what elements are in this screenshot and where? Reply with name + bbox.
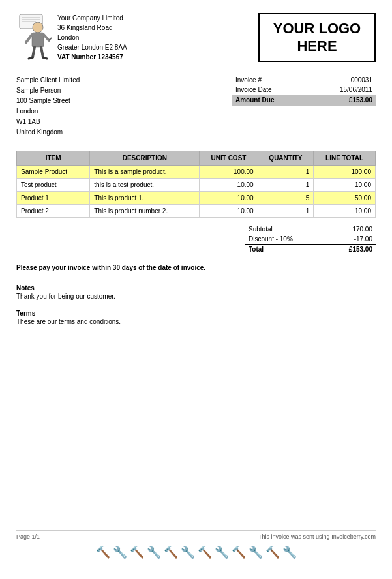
client-info: Sample Client Limited Sample Person 100 … — [16, 75, 80, 138]
logo-line2: HERE — [297, 38, 337, 55]
tool-icon-7: 🔨 — [198, 545, 212, 559]
svg-line-10 — [29, 57, 33, 59]
footer-page: Page 1/1 — [16, 533, 40, 540]
cell-line-total: 50.00 — [314, 192, 376, 205]
notes-section: Notes Thank you for being our customer. — [16, 284, 376, 300]
subtotal-value: 170.00 — [327, 224, 376, 234]
invoice-date-value: 15/06/2011 — [309, 85, 376, 95]
client-name: Sample Client Limited — [16, 75, 80, 85]
payment-note: Please pay your invoice within 30 days o… — [16, 264, 376, 271]
totals-section: Subtotal 170.00 Discount - 10% -17.00 To… — [16, 224, 376, 254]
cell-line-total: 10.00 — [314, 179, 376, 192]
company-address1: 36 Kingsland Road — [57, 23, 127, 33]
cell-description: This is product number 2. — [90, 205, 200, 218]
tool-icon-8: 🔧 — [215, 545, 229, 559]
terms-text: These are our terms and conditions. — [16, 318, 376, 325]
cell-quantity: 1 — [258, 179, 314, 192]
tool-icon-5: 🔨 — [164, 545, 178, 559]
client-contact: Sample Person — [16, 85, 80, 96]
notes-text: Thank you for being our customer. — [16, 293, 376, 300]
col-line-total: LINE TOTAL — [314, 151, 376, 166]
col-unit-cost: UNIT COST — [200, 151, 258, 166]
company-info: Your Company Limited 36 Kingsland Road L… — [16, 13, 127, 62]
tool-icon-6: 🔧 — [181, 545, 195, 559]
col-description: DESCRIPTION — [90, 151, 200, 166]
cell-quantity: 1 — [258, 205, 314, 218]
tool-icon-11: 🔨 — [265, 545, 280, 559]
footer-text: Page 1/1 This invoice was sent using Inv… — [16, 530, 376, 540]
client-city: London — [16, 106, 80, 117]
invoice-page: Your Company Limited 36 Kingsland Road L… — [0, 0, 392, 579]
footer-sent-via: This invoice was sent using Invoiceberry… — [258, 533, 376, 540]
items-table: ITEM DESCRIPTION UNIT COST QUANTITY LINE… — [16, 151, 376, 218]
cell-item: Product 2 — [17, 205, 90, 218]
cell-unit-cost: 10.00 — [200, 192, 258, 205]
cell-description: This is product 1. — [90, 192, 200, 205]
tool-icon-3: 🔨 — [130, 545, 144, 559]
terms-section: Terms These are our terms and conditions… — [16, 310, 376, 325]
company-details: Your Company Limited 36 Kingsland Road L… — [57, 13, 127, 62]
company-address2: London — [57, 33, 127, 42]
cell-quantity: 5 — [258, 192, 314, 205]
worker-icon — [16, 13, 52, 62]
cell-line-total: 100.00 — [314, 166, 376, 179]
company-vat: VAT Number 1234567 — [57, 52, 127, 62]
billing-section: Sample Client Limited Sample Person 100 … — [16, 75, 376, 138]
svg-line-12 — [49, 38, 52, 40]
table-row: Sample Product This is a sample product.… — [17, 166, 376, 179]
cell-line-total: 10.00 — [314, 205, 376, 218]
discount-value: -17.00 — [327, 234, 376, 245]
col-quantity: QUANTITY — [258, 151, 314, 166]
tool-icon-9: 🔨 — [232, 545, 246, 559]
discount-label: Discount - 10% — [245, 234, 327, 245]
table-row: Product 2 This is product number 2. 10.0… — [17, 205, 376, 218]
client-postcode: W1 1AB — [16, 117, 80, 127]
tool-icon-10: 🔧 — [249, 545, 263, 559]
client-country: United Kingdom — [16, 127, 80, 138]
cell-description: This is a sample product. — [90, 166, 200, 179]
header: Your Company Limited 36 Kingsland Road L… — [16, 13, 376, 62]
amount-due-value: £153.00 — [309, 95, 376, 106]
invoice-number-value: 000031 — [309, 75, 376, 85]
cell-unit-cost: 10.00 — [200, 179, 258, 192]
terms-label: Terms — [16, 310, 376, 317]
table-header-row: ITEM DESCRIPTION UNIT COST QUANTITY LINE… — [17, 151, 376, 166]
tool-icon-2: 🔧 — [113, 545, 127, 559]
subtotal-label: Subtotal — [245, 224, 327, 234]
totals-table: Subtotal 170.00 Discount - 10% -17.00 To… — [245, 224, 376, 254]
cell-quantity: 1 — [258, 166, 314, 179]
cell-item: Product 1 — [17, 192, 90, 205]
cell-item: Test product — [17, 179, 90, 192]
col-item: ITEM — [17, 151, 90, 166]
svg-line-11 — [43, 57, 47, 59]
logo-line1: YOUR LOGO — [273, 20, 361, 37]
logo-box: YOUR LOGO HERE — [258, 13, 376, 62]
svg-point-4 — [33, 22, 43, 33]
invoice-date-label: Invoice Date — [232, 85, 309, 95]
invoice-number-label: Invoice # — [232, 75, 309, 85]
svg-line-6 — [26, 35, 32, 42]
svg-line-7 — [44, 35, 49, 40]
invoice-meta: Invoice # 000031 Invoice Date 15/06/2011… — [232, 75, 376, 138]
tool-icon-1: 🔨 — [96, 545, 110, 559]
cell-item: Sample Product — [17, 166, 90, 179]
subtotal-row: Subtotal 170.00 — [245, 224, 376, 234]
cell-unit-cost: 10.00 — [200, 205, 258, 218]
cell-unit-cost: 100.00 — [200, 166, 258, 179]
discount-row: Discount - 10% -17.00 — [245, 234, 376, 245]
svg-rect-5 — [32, 33, 44, 47]
company-address3: Greater London E2 8AA — [57, 42, 127, 52]
footer-icons: 🔨 🔧 🔨 🔧 🔨 🔧 🔨 🔧 🔨 🔧 🔨 🔧 — [16, 545, 376, 559]
client-street: 100 Sample Street — [16, 96, 80, 106]
svg-line-9 — [41, 47, 43, 57]
tool-icon-4: 🔧 — [147, 545, 161, 559]
svg-line-8 — [33, 47, 35, 57]
total-value: £153.00 — [327, 245, 376, 255]
table-row: Test product this is a test product. 10.… — [17, 179, 376, 192]
footer: Page 1/1 This invoice was sent using Inv… — [0, 530, 392, 559]
total-label: Total — [245, 245, 327, 255]
tool-icon-12: 🔧 — [282, 545, 297, 559]
company-name: Your Company Limited — [57, 13, 127, 23]
cell-description: this is a test product. — [90, 179, 200, 192]
amount-due-label: Amount Due — [232, 95, 309, 106]
